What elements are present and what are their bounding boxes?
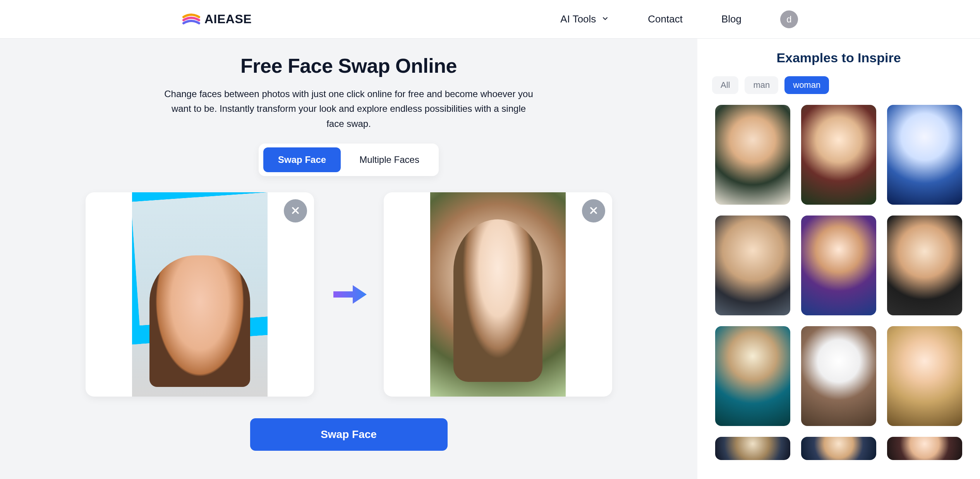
example-thumb[interactable] xyxy=(801,437,876,460)
target-photo-card[interactable] xyxy=(384,192,612,397)
example-thumb[interactable] xyxy=(715,216,790,315)
nav-blog[interactable]: Blog xyxy=(721,13,741,25)
header: AIEASE AI Tools Contact Blog d xyxy=(0,0,980,39)
nav-ai-tools-label: AI Tools xyxy=(560,13,596,25)
swap-face-button[interactable]: Swap Face xyxy=(250,418,448,451)
close-icon xyxy=(588,205,599,217)
avatar-initial: d xyxy=(786,14,791,25)
filter-man-label: man xyxy=(753,80,770,90)
source-photo-card[interactable] xyxy=(86,192,314,397)
filter-woman-label: woman xyxy=(793,80,820,90)
example-thumb[interactable] xyxy=(887,326,962,426)
example-thumb[interactable] xyxy=(715,437,790,460)
source-photo-image xyxy=(132,192,268,397)
tab-swap-face[interactable]: Swap Face xyxy=(263,147,341,172)
filter-row: All man woman xyxy=(710,76,968,94)
main: Free Face Swap Online Change faces betwe… xyxy=(0,39,697,479)
remove-source-button[interactable] xyxy=(284,199,307,222)
svg-marker-0 xyxy=(333,285,367,304)
example-thumb[interactable] xyxy=(801,216,876,315)
nav-contact[interactable]: Contact xyxy=(648,13,683,25)
examples-sidebar: Examples to Inspire All man woman xyxy=(697,39,980,479)
filter-all-label: All xyxy=(721,80,730,90)
swap-area xyxy=(27,192,670,397)
nav-ai-tools[interactable]: AI Tools xyxy=(560,13,609,25)
tab-swap-face-label: Swap Face xyxy=(278,154,326,165)
swap-face-button-label: Swap Face xyxy=(321,428,377,440)
examples-title: Examples to Inspire xyxy=(710,50,968,65)
filter-woman[interactable]: woman xyxy=(784,76,829,94)
example-thumb[interactable] xyxy=(715,105,790,205)
logo[interactable]: AIEASE xyxy=(182,12,252,26)
remove-target-button[interactable] xyxy=(582,199,605,222)
avatar[interactable]: d xyxy=(780,10,798,28)
nav-blog-label: Blog xyxy=(721,13,741,25)
close-icon xyxy=(290,205,301,217)
example-thumb[interactable] xyxy=(887,437,962,460)
examples-grid xyxy=(710,105,968,460)
arrow-right-icon xyxy=(330,283,368,306)
chevron-down-icon xyxy=(601,13,609,25)
example-thumb[interactable] xyxy=(801,105,876,205)
page-title: Free Face Swap Online xyxy=(27,54,670,77)
example-thumb[interactable] xyxy=(715,326,790,426)
logo-text: AIEASE xyxy=(204,12,252,26)
tab-multiple-faces[interactable]: Multiple Faces xyxy=(345,147,434,172)
page-subtitle: Change faces between photos with just on… xyxy=(117,87,581,131)
example-thumb[interactable] xyxy=(801,326,876,426)
nav-contact-label: Contact xyxy=(648,13,683,25)
tab-multiple-faces-label: Multiple Faces xyxy=(359,154,419,165)
nav: AI Tools Contact Blog d xyxy=(560,10,798,28)
logo-icon xyxy=(182,12,201,26)
page: Free Face Swap Online Change faces betwe… xyxy=(0,39,980,479)
target-photo-image xyxy=(430,192,566,397)
example-thumb[interactable] xyxy=(887,216,962,315)
filter-all[interactable]: All xyxy=(712,76,738,94)
filter-man[interactable]: man xyxy=(745,76,778,94)
mode-tabs: Swap Face Multiple Faces xyxy=(27,144,670,176)
example-thumb[interactable] xyxy=(887,105,962,205)
